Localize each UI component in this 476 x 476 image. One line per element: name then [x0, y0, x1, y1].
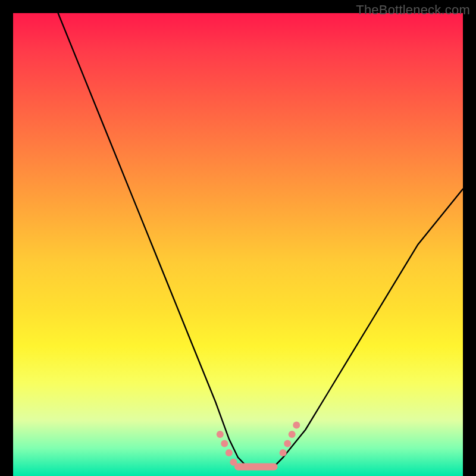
marker-cluster-right — [280, 421, 300, 456]
watermark-text: TheBottleneck.com — [356, 2, 470, 18]
marker-dot — [217, 431, 224, 438]
marker-dot — [280, 449, 287, 456]
marker-dot — [221, 440, 228, 447]
marker-dot — [293, 421, 300, 428]
marker-dot — [289, 431, 296, 438]
bottleneck-curve-line — [58, 13, 463, 466]
marker-dot — [226, 449, 233, 456]
marker-dot — [284, 440, 291, 447]
bottleneck-curve-svg — [13, 13, 463, 476]
chart-plot-area — [13, 13, 463, 476]
